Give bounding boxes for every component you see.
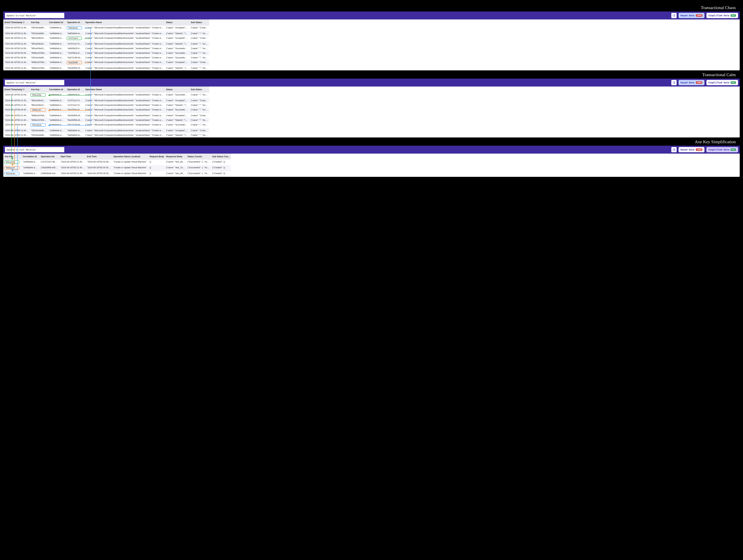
col-operation-name-localized[interactable]: Operation Name Localized xyxy=(112,154,148,160)
table-cell: "f3524e3dd9fe3… xyxy=(30,55,48,60)
grid-chaos: Event Timestamp▽ Axe Key Correlation Id … xyxy=(3,19,740,70)
table-cell: "2024-09-16T00:39:36.5… xyxy=(3,55,30,60)
view-toggle-icon[interactable] xyxy=(671,13,676,18)
table-cell: {"value": "", "localized… xyxy=(189,118,209,123)
col-sub-status[interactable]: Sub Status xyxy=(189,87,209,92)
table-cell: ["0bd30f08-e55… xyxy=(40,165,59,171)
table-cell: {"value": "Microsoft.Compute/virtualMach… xyxy=(84,123,165,128)
table-cell: "1e96d0eb-d8f5-… xyxy=(48,133,66,137)
col-event-timestamp[interactable]: Event Timestamp▽ xyxy=(3,19,30,26)
svg-point-0 xyxy=(673,14,673,15)
table-cell: {"value": "Microsoft.Compute/virtualMach… xyxy=(84,51,165,55)
sort-desc-icon: ↓ xyxy=(14,156,15,158)
col-operation-id[interactable]: Operation Id↓ xyxy=(66,19,84,26)
table-cell: "2024-09-16T00:21:43.9… xyxy=(3,36,30,42)
panel-chaos: Keyed Data 1908 Simplified Data 912 Even… xyxy=(3,11,740,70)
table-cell: "2024-09-16T00:21:44.5… xyxy=(3,60,30,66)
col-status[interactable]: Status xyxy=(165,87,189,92)
panel-simplification: Keyed Data 1908 Simplified Data 912 Axe … xyxy=(3,146,740,177)
table-cell: {"value": "Accepted", "lo… xyxy=(165,36,189,42)
table-cell: {"value": "Microsoft.Compute/virtualMach… xyxy=(84,128,165,133)
keyed-data-label: Keyed Data xyxy=(681,81,694,84)
table-cell: {"value": "Created", "l… xyxy=(189,98,209,103)
table-cell: "2024-09-16T00:21:44.5… xyxy=(3,113,30,118)
col-request-body[interactable]: Request Body xyxy=(148,154,165,160)
col-axe-key[interactable]: Axe Key↓ xyxy=(3,154,21,160)
col-end-time[interactable]: End Time xyxy=(86,154,112,160)
table-cell: ["fa65d0e8-ec0… xyxy=(40,171,59,177)
search-input[interactable] xyxy=(5,13,64,18)
keyed-data-button[interactable]: Keyed Data 1908 xyxy=(679,147,704,152)
toolbar: Keyed Data 1908 Simplified Data 912 xyxy=(3,11,740,19)
col-axe-key[interactable]: Axe Key↑ xyxy=(30,87,48,92)
simplified-data-count: 912 xyxy=(731,148,736,151)
table-cell: {"Succeeded": 1, "Acc… xyxy=(186,165,211,171)
table-cell: "1e96d0eb-d8f5-… xyxy=(48,51,66,55)
view-toggle-icon[interactable] xyxy=(671,147,676,152)
svg-point-6 xyxy=(673,82,673,82)
col-operation-name[interactable]: Operation Name xyxy=(84,19,165,26)
simplified-data-button[interactable]: Simplified Data 912 xyxy=(706,147,738,152)
col-status-counts[interactable]: Status Counts xyxy=(186,154,211,160)
table-cell: "95f6e1670b547… xyxy=(30,118,48,123)
view-toggle-icon[interactable] xyxy=(671,80,676,85)
table-cell: {} xyxy=(148,165,165,171)
table-cell: "1e96d0eb-d8f… xyxy=(21,160,40,165)
col-correlation-id[interactable]: Correlation Id xyxy=(48,87,66,92)
table-cell: {"value": "Created", "l… xyxy=(189,60,209,66)
table-cell: "a4605b35-4375-… xyxy=(66,92,84,98)
table-cell: "Create or Update Virtual Machine" xyxy=(112,171,148,177)
col-event-timestamp[interactable]: Event Timestamp▽ xyxy=(3,87,30,92)
simplified-data-count: 912 xyxy=(731,14,736,17)
col-axe-key[interactable]: Axe Key xyxy=(30,19,48,26)
table-cell: {"value": "Created", "l… xyxy=(189,128,209,133)
table-cell: "95f6e1670b547… xyxy=(30,60,48,66)
col-operation-id[interactable]: Operation Id xyxy=(66,87,84,92)
table-cell: "2024-09-16T00:21:40.41… xyxy=(59,160,86,165)
table-cell: {"Succeeded": 1, "Acc… xyxy=(186,160,211,165)
table-cell: "74d7692a-9a9c-… xyxy=(66,51,84,55)
table-cell: "0d272c5b-8c5d… xyxy=(66,55,84,60)
col-start-time[interactable]: Start Time xyxy=(59,154,86,160)
grid-calm: Event Timestamp▽ Axe Key↑ Correlation Id… xyxy=(3,87,740,137)
table-cell: "2024-09-16T00:33:35.5… xyxy=(3,51,30,55)
keyed-data-button[interactable]: Keyed Data 1908 xyxy=(679,80,704,85)
table-cell: {"value": "", "localized… xyxy=(189,31,209,36)
table-cell: {"value": "", "localized… xyxy=(189,103,209,107)
table-cell: {"value": "Started", "local… xyxy=(165,42,189,46)
col-operation-ids[interactable]: Operation Ids xyxy=(40,154,59,160)
table-cell: {"value": "Microsoft.Compute/virtualMach… xyxy=(84,107,165,113)
simplified-data-button[interactable]: Simplified Data 912 xyxy=(706,80,738,85)
keyed-data-count: 1908 xyxy=(696,81,702,84)
section-title-chaos: Transactional Chaos xyxy=(7,5,736,10)
col-status[interactable]: Status xyxy=(165,19,189,26)
table-cell: "95f6e1670b547… xyxy=(30,107,48,113)
table-cell: {"value": "", "localized… xyxy=(189,107,209,113)
table-cell: "1e96d0eb-d8f5-… xyxy=(48,98,66,103)
table-cell: "8f5ce53b41f7… xyxy=(3,160,21,165)
grid-simplification: Axe Key↓ Correlation Id Operation Ids St… xyxy=(3,154,740,177)
col-correlation-id[interactable]: Correlation Id xyxy=(48,19,66,26)
table-cell: {"value": "Microsoft.Compute/virtualMach… xyxy=(84,36,165,42)
col-correlation-id[interactable]: Correlation Id xyxy=(21,154,40,160)
table-cell: ["a73721e7-983… xyxy=(40,160,59,165)
keyed-data-label: Keyed Data xyxy=(681,14,694,17)
table-cell: "74d7692a-9a9c-… xyxy=(66,107,84,113)
table-cell: {"value": "Microsoft.Compute/virtualMach… xyxy=(84,60,165,66)
col-response-body[interactable]: Response Body xyxy=(165,154,186,160)
table-cell: "2024-09-16T00:21:40.4… xyxy=(3,42,30,46)
search-input[interactable] xyxy=(5,80,64,85)
table-cell: {"value": "Accepted", "lo… xyxy=(165,113,189,118)
table-cell: {"value": "Created", "l… xyxy=(189,113,209,118)
table-cell: "2024-09-16T00:21:44.7… xyxy=(3,128,30,133)
col-operation-name[interactable]: Operation Name xyxy=(84,87,165,92)
table-cell: {"value": "Succeeded", "l… xyxy=(165,107,189,113)
keyed-data-button[interactable]: Keyed Data 1908 xyxy=(679,13,704,18)
simplified-data-button[interactable]: Simplified Data 912 xyxy=(706,13,738,18)
table-cell: "1e96d0eb-d8f5-… xyxy=(48,123,66,128)
table-cell: "fa65d0e8-ec0a-… xyxy=(66,26,84,31)
col-sub-status-counts[interactable]: Sub Status Cou… xyxy=(211,154,231,160)
table-cell: "8f5ce53b41f73… xyxy=(30,92,48,98)
col-sub-status[interactable]: Sub Status xyxy=(189,19,209,26)
search-input[interactable] xyxy=(5,147,64,152)
